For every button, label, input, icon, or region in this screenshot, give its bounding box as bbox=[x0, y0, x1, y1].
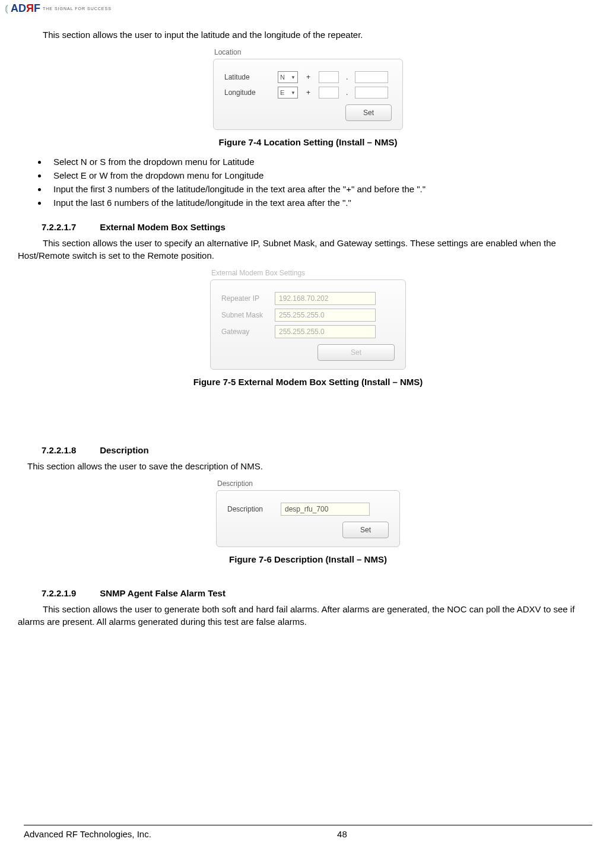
plus-sign: + bbox=[304, 73, 313, 81]
list-item: Input the last 6 numbers of the latitude… bbox=[47, 198, 598, 208]
modem-set-button[interactable]: Set bbox=[317, 344, 395, 361]
latitude-input-2[interactable] bbox=[355, 71, 388, 83]
page-footer: Advanced RF Technologies, Inc. 48 bbox=[24, 825, 592, 839]
location-set-button[interactable]: Set bbox=[345, 104, 392, 121]
longitude-label: Longitude bbox=[224, 88, 272, 97]
figure-7-6-image: Description Description desp_rfu_700 Set bbox=[18, 479, 598, 547]
section-7-body: This section allows the user to specify … bbox=[18, 237, 598, 262]
list-item: Select N or S from the dropdown menu for… bbox=[47, 157, 598, 167]
gateway-label: Gateway bbox=[221, 328, 269, 336]
heading-number: 7.2.2.1.9 bbox=[42, 588, 97, 598]
latitude-select-value: N bbox=[280, 74, 285, 81]
longitude-input-2[interactable] bbox=[355, 87, 388, 99]
plus-sign: + bbox=[304, 88, 313, 97]
repeater-ip-label: Repeater IP bbox=[221, 294, 269, 303]
intro-paragraph: This section allows the user to input th… bbox=[43, 28, 598, 41]
gateway-input[interactable]: 255.255.255.0 bbox=[275, 325, 376, 338]
figure-7-5-image: External Modem Box Settings Repeater IP … bbox=[18, 269, 598, 370]
longitude-select-value: E bbox=[280, 89, 284, 96]
longitude-input-1[interactable] bbox=[319, 87, 339, 99]
description-panel-title: Description bbox=[216, 479, 400, 488]
longitude-select[interactable]: E ▼ bbox=[278, 87, 298, 99]
section-7-2-2-1-8-heading: 7.2.2.1.8 Description bbox=[42, 445, 598, 455]
header-logo: ⦅ ADRF THE SIGNAL FOR SUCCESS bbox=[5, 2, 112, 15]
repeater-ip-input[interactable]: 192.168.70.202 bbox=[275, 292, 376, 305]
footer-page-number: 48 bbox=[92, 829, 592, 839]
section-8-body: This section allows the user to save the… bbox=[27, 460, 598, 472]
dot-sign: . bbox=[345, 88, 349, 97]
description-label: Description bbox=[227, 505, 275, 513]
subnet-mask-input[interactable]: 255.255.255.0 bbox=[275, 309, 376, 322]
heading-title: Description bbox=[100, 445, 149, 455]
dot-sign: . bbox=[345, 73, 349, 81]
modem-panel-title: External Modem Box Settings bbox=[210, 269, 406, 277]
latitude-select[interactable]: N ▼ bbox=[278, 71, 298, 83]
chevron-down-icon: ▼ bbox=[291, 90, 296, 96]
description-input[interactable]: desp_rfu_700 bbox=[281, 503, 370, 516]
logo-tagline: THE SIGNAL FOR SUCCESS bbox=[43, 7, 112, 11]
bullet-list: Select N or S from the dropdown menu for… bbox=[47, 157, 598, 208]
description-set-button[interactable]: Set bbox=[342, 522, 389, 538]
heading-number: 7.2.2.1.8 bbox=[42, 445, 97, 455]
figure-7-4-image: Location Latitude N ▼ + . Longitude bbox=[18, 48, 598, 130]
section-9-body: This section allows the user to generate… bbox=[18, 603, 598, 628]
figure-7-5-caption: Figure 7-5 External Modem Box Setting (I… bbox=[18, 377, 598, 387]
list-item: Input the first 3 numbers of the latitud… bbox=[47, 184, 598, 194]
subnet-mask-label: Subnet Mask bbox=[221, 311, 269, 319]
latitude-label: Latitude bbox=[224, 73, 272, 81]
chevron-down-icon: ▼ bbox=[291, 75, 296, 80]
heading-title: External Modem Box Settings bbox=[100, 222, 226, 232]
latitude-input-1[interactable] bbox=[319, 71, 339, 83]
heading-number: 7.2.2.1.7 bbox=[42, 222, 97, 232]
heading-title: SNMP Agent False Alarm Test bbox=[100, 588, 226, 598]
figure-7-4-caption: Figure 7-4 Location Setting (Install – N… bbox=[18, 137, 598, 147]
logo-text: ADRF bbox=[11, 2, 40, 15]
location-panel-title: Location bbox=[213, 48, 403, 56]
section-7-2-2-1-9-heading: 7.2.2.1.9 SNMP Agent False Alarm Test bbox=[42, 588, 598, 598]
figure-7-6-caption: Figure 7-6 Description (Install – NMS) bbox=[18, 554, 598, 564]
list-item: Select E or W from the dropdown menu for… bbox=[47, 170, 598, 180]
logo-curve-icon: ⦅ bbox=[5, 2, 8, 15]
section-7-2-2-1-7-heading: 7.2.2.1.7 External Modem Box Settings bbox=[42, 222, 598, 232]
